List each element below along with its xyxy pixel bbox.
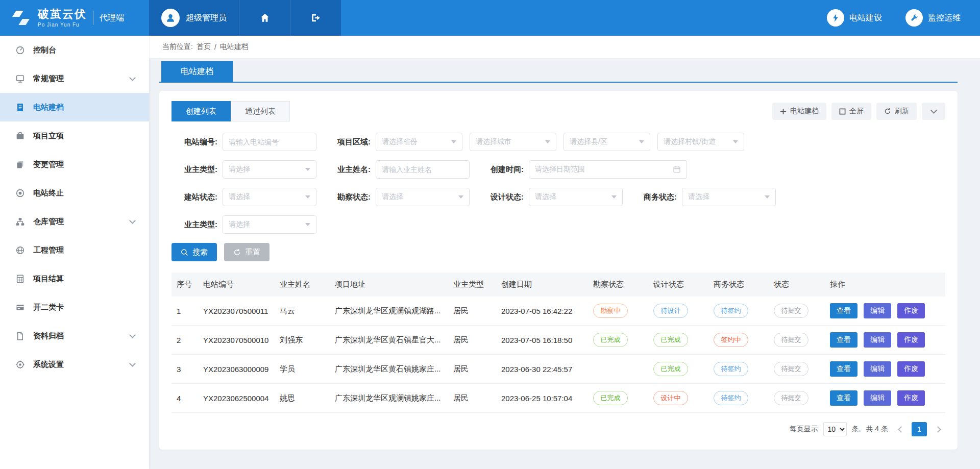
app-title: 破茧云伏 xyxy=(38,8,87,20)
station-code-input[interactable] xyxy=(223,133,316,151)
status-badge: 待提交 xyxy=(774,391,808,405)
sidebar-item-system-settings[interactable]: 系统设置 xyxy=(0,350,149,379)
sidebar-item-console[interactable]: 控制台 xyxy=(0,36,149,64)
home-button[interactable] xyxy=(239,0,290,36)
user-menu[interactable]: 超级管理员 xyxy=(149,0,239,36)
sidebar-item-archives[interactable]: 资料归档 xyxy=(0,322,149,350)
page-tab-station-filing[interactable]: 电站建档 xyxy=(161,61,233,82)
chevron-down-icon xyxy=(458,195,463,199)
create-time-range-input[interactable]: 请选择日期范围 xyxy=(529,160,687,179)
page-1-button[interactable]: 1 xyxy=(912,422,927,436)
collapse-toolbar-button[interactable] xyxy=(922,103,945,120)
refresh-button[interactable]: 刷新 xyxy=(876,103,917,120)
owner-type-select[interactable]: 请选择 xyxy=(223,160,316,179)
chevron-down-icon xyxy=(545,140,550,143)
view-button[interactable]: 查看 xyxy=(830,303,857,318)
city-select[interactable]: 请选择城市 xyxy=(470,133,556,151)
table-row: 1 YX2023070500011 马云 广东深圳龙华区观澜镇观湖路... 居民… xyxy=(172,297,945,326)
per-page-select[interactable]: 10 xyxy=(823,422,847,436)
survey-status-badge: 已完成 xyxy=(593,391,628,405)
user-icon xyxy=(165,12,176,23)
void-button[interactable]: 作废 xyxy=(897,303,925,318)
region-label: 项目区域: xyxy=(325,137,376,147)
fullscreen-icon xyxy=(839,108,846,115)
void-button[interactable]: 作废 xyxy=(897,390,925,406)
sidebar-item-type2-card[interactable]: 开二类卡 xyxy=(0,293,149,322)
breadcrumb-separator: / xyxy=(214,43,216,51)
owner-name-input[interactable] xyxy=(376,160,470,179)
owner-type2-select[interactable]: 请选择 xyxy=(223,215,316,234)
page-tab-row: 电站建档 xyxy=(159,61,958,83)
home-icon xyxy=(259,12,271,23)
list-tabs: 创建列表 通过列表 xyxy=(172,101,290,121)
reset-button[interactable]: 重置 xyxy=(224,243,270,261)
create-time-label: 创建时间: xyxy=(478,165,529,175)
business-status-badge: 待签约 xyxy=(714,391,748,405)
next-page-button[interactable] xyxy=(932,422,945,436)
pagination: 每页显示 10 条, 共 4 条 1 xyxy=(172,422,945,436)
create-station-button[interactable]: 电站建档 xyxy=(772,103,826,120)
reset-icon xyxy=(233,249,241,256)
station-table: 序号 电站编号 业主姓名 项目地址 业主类型 创建日期 勘察状态 设计状态 商务… xyxy=(172,273,945,413)
chevron-down-icon xyxy=(129,332,136,338)
county-select[interactable]: 请选择县/区 xyxy=(564,133,650,151)
design-status-select[interactable]: 请选择 xyxy=(529,188,623,206)
view-button[interactable]: 查看 xyxy=(830,332,857,348)
briefcase-icon xyxy=(15,131,25,141)
sidebar-item-warehouse-mgmt[interactable]: 仓库管理 xyxy=(0,207,149,236)
town-select[interactable]: 请选择村镇/街道 xyxy=(657,133,744,151)
sidebar-item-change-mgmt[interactable]: 变更管理 xyxy=(0,150,149,179)
status-badge: 待提交 xyxy=(774,333,808,347)
panel-actions: 电站建档 全屏 刷新 xyxy=(772,103,945,120)
plus-icon xyxy=(780,108,787,115)
filter-form: 电站编号: 项目区域: 请选择省份 请选择城市 请选择县/区 xyxy=(172,133,945,234)
logout-button[interactable] xyxy=(290,0,341,36)
survey-status-select[interactable]: 请选择 xyxy=(376,188,470,206)
survey-status-badge: 勘察中 xyxy=(593,304,628,318)
business-status-select[interactable]: 请选择 xyxy=(682,188,776,206)
panel-header: 创建列表 通过列表 电站建档 全屏 刷新 xyxy=(172,101,945,121)
content-card: 创建列表 通过列表 电站建档 全屏 刷新 xyxy=(159,91,958,450)
chevron-down-icon xyxy=(305,168,310,171)
edit-button[interactable]: 编辑 xyxy=(864,303,891,318)
edit-button[interactable]: 编辑 xyxy=(864,361,891,377)
nav-station-build[interactable]: 电站建设 xyxy=(827,9,882,27)
logout-icon xyxy=(310,12,322,23)
void-button[interactable]: 作废 xyxy=(897,332,925,348)
edit-button[interactable]: 编辑 xyxy=(864,332,891,348)
tab-passed-list[interactable]: 通过列表 xyxy=(231,101,290,121)
sidebar-item-station-filing[interactable]: 电站建档 xyxy=(0,93,149,121)
nav-monitor-ops[interactable]: 监控运维 xyxy=(905,9,961,27)
avatar xyxy=(161,9,180,27)
chevron-down-icon xyxy=(305,195,310,199)
sidebar-item-project-initiation[interactable]: 项目立项 xyxy=(0,121,149,150)
edit-button[interactable]: 编辑 xyxy=(864,390,891,406)
user-name: 超级管理员 xyxy=(186,13,227,23)
view-button[interactable]: 查看 xyxy=(830,361,857,377)
province-select[interactable]: 请选择省份 xyxy=(376,133,462,151)
globe-icon xyxy=(15,245,25,255)
logo: 破茧云伏 Po Jian Yun Fu 代理端 xyxy=(0,0,149,36)
sidebar-item-station-termination[interactable]: 电站终止 xyxy=(0,179,149,207)
void-button[interactable]: 作废 xyxy=(897,361,925,377)
sidebar-item-project-settlement[interactable]: 项目结算 xyxy=(0,264,149,293)
target-icon xyxy=(15,188,25,198)
chevron-down-icon xyxy=(930,107,937,114)
design-status-label: 设计状态: xyxy=(478,192,529,202)
lightning-icon xyxy=(827,9,844,27)
chevron-down-icon xyxy=(129,75,136,81)
breadcrumb-home[interactable]: 首页 xyxy=(197,42,211,52)
app-subtitle: Po Jian Yun Fu xyxy=(38,22,87,28)
search-button[interactable]: 搜索 xyxy=(172,243,217,261)
status-badge: 待提交 xyxy=(774,304,808,318)
chevron-down-icon xyxy=(305,223,310,226)
tab-create-list[interactable]: 创建列表 xyxy=(172,101,231,121)
sidebar-item-general-mgmt[interactable]: 常规管理 xyxy=(0,64,149,93)
app-edition-tag: 代理端 xyxy=(93,11,124,25)
fullscreen-button[interactable]: 全屏 xyxy=(831,103,871,120)
sidebar-item-engineering-mgmt[interactable]: 工程管理 xyxy=(0,236,149,264)
build-status-select[interactable]: 请选择 xyxy=(223,188,316,206)
view-button[interactable]: 查看 xyxy=(830,390,857,406)
sitemap-icon xyxy=(15,217,25,227)
prev-page-button[interactable] xyxy=(893,422,906,436)
